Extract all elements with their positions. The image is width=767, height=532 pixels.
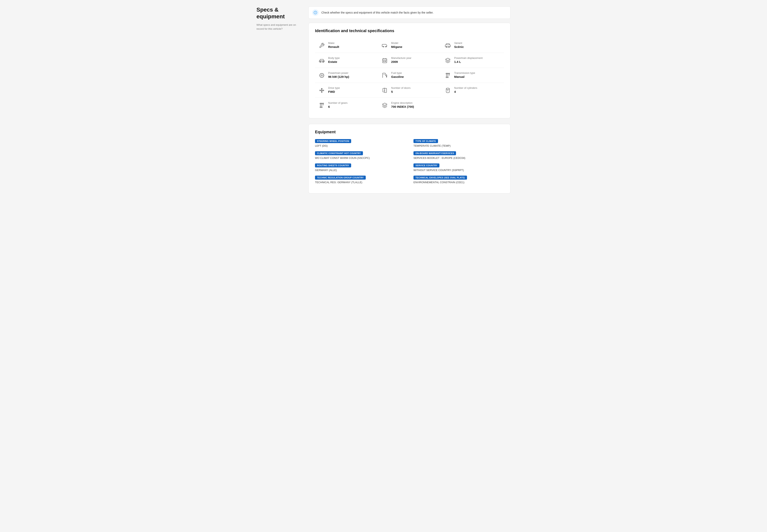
equip-tech-env-badge: TECHNICAL ENVELOPES (SEE OVAL PLATE): [413, 176, 467, 180]
sidebar: Specs &equipment What specs and equipmen…: [257, 6, 300, 199]
main-content: Check whether the specs and equipment of…: [308, 6, 510, 199]
svg-point-4: [385, 46, 386, 47]
spec-variant-label: Variant: [454, 42, 464, 44]
spec-doors-value: 5: [391, 90, 410, 93]
spec-gears-value: 6: [328, 105, 348, 108]
spec-gears: Number of gears 6: [315, 98, 378, 113]
specs-grid: Make Renault Model Mégane: [315, 38, 504, 113]
equip-routing: ROUTING SHEETS COUNTRY GERMANY (ALLE): [315, 163, 405, 172]
svg-point-35: [321, 92, 322, 93]
svg-rect-11: [383, 59, 387, 63]
spec-drive: Drive type FWD: [315, 83, 378, 98]
spec-model-value: Mégane: [391, 45, 402, 48]
svg-point-34: [321, 88, 322, 89]
wrench-icon: [318, 42, 325, 49]
svg-point-29: [321, 90, 322, 91]
equipment-left: STEERING WHEEL POSITION LEFT (DG) CLIMAT…: [315, 139, 405, 188]
equip-service-country: SERVICE COUNTRY WITHOUT SERVICE COUNTRY …: [413, 163, 504, 172]
equip-service-country-badge: SERVICE COUNTRY: [413, 163, 439, 167]
spec-model: Model Mégane: [378, 38, 441, 53]
equip-climate-type: TYPE OF CLIMATE TEMPERATE CLIMATE (TEMP): [413, 139, 504, 147]
car-icon: [381, 42, 388, 49]
svg-rect-16: [385, 61, 386, 62]
svg-point-3: [383, 46, 384, 47]
engine-power-icon: [318, 72, 325, 79]
gearbox-icon: [444, 72, 451, 79]
spec-make: Make Renault: [315, 38, 378, 53]
car-body-icon: [318, 57, 325, 64]
engine-desc-icon: [381, 102, 388, 109]
spec-doors: Number of doors 5: [378, 83, 441, 98]
spec-make-value: Renault: [328, 45, 339, 48]
equipment-grid: STEERING WHEEL POSITION LEFT (DG) CLIMAT…: [315, 139, 504, 188]
svg-point-28: [323, 90, 324, 91]
spec-power: Powertrain power 96 kW (129 hp): [315, 68, 378, 83]
spec-drive-label: Drive type: [328, 86, 340, 89]
equip-warranty-value: SERVICES BOOKLET : EUROPE (CEDC04): [413, 156, 504, 159]
svg-point-38: [446, 88, 449, 89]
equip-climate-hot-badge: CLIMATIC CONSTRAINT HOT COUNTRY: [315, 151, 363, 155]
spec-engine-value: 700 INDEX (700): [391, 105, 414, 108]
svg-point-41: [321, 103, 322, 104]
equip-routing-badge: ROUTING SHEETS COUNTRY: [315, 163, 351, 167]
svg-point-22: [446, 77, 447, 78]
spec-cylinders: Number of cylinders 4: [441, 83, 504, 98]
svg-point-37: [384, 90, 384, 91]
spec-body-label: Body type: [328, 56, 340, 59]
equip-climate-hot-value: WO CLIMAT CONST WARM COUN (SSCCPC): [315, 156, 405, 159]
spec-fuel-label: Fuel type: [391, 71, 404, 74]
calendar-icon: [381, 57, 388, 64]
drivetrain-icon: [318, 87, 325, 94]
spec-cylinders-label: Number of cylinders: [454, 86, 477, 89]
spec-make-label: Make: [328, 42, 339, 44]
page-title: Specs &equipment: [257, 6, 300, 20]
equip-steering: STEERING WHEEL POSITION LEFT (DG): [315, 139, 405, 147]
spec-model-label: Model: [391, 42, 402, 44]
engine-icon: [444, 57, 451, 64]
spec-doors-label: Number of doors: [391, 86, 410, 89]
equip-warranty: ON-BOARD WARRANTY/SERVICES SERVICES BOOK…: [413, 151, 504, 159]
gears-icon: [318, 102, 325, 109]
spec-power-label: Powertrain power: [328, 71, 349, 74]
svg-rect-5: [445, 45, 450, 47]
specs-title: Identification and technical specificati…: [315, 29, 504, 33]
spec-displacement-value: 1.4 L: [454, 60, 482, 63]
equip-technic-reg-value: TECHNICAL REG: GERMANY (TLALLE): [315, 181, 405, 184]
svg-point-44: [321, 107, 322, 108]
car-outline-icon: [444, 42, 451, 49]
svg-point-40: [320, 103, 321, 104]
spec-drive-value: FWD: [328, 90, 340, 93]
equip-service-country-value: WITHOUT SERVICE COUNTRY (SSPRPT): [413, 169, 504, 172]
spec-body-value: Estate: [328, 60, 340, 63]
svg-point-43: [320, 107, 321, 108]
spec-displacement: Powertrain displacement 1.4 L: [441, 53, 504, 68]
spec-transmission-label: Transmission type: [454, 71, 475, 74]
equip-steering-badge: STEERING WHEEL POSITION: [315, 139, 351, 143]
equipment-card: Equipment STEERING WHEEL POSITION LEFT (…: [308, 124, 510, 194]
spec-variant-value: Scénic: [454, 45, 464, 48]
svg-point-20: [447, 73, 448, 74]
svg-point-42: [323, 103, 324, 104]
equipment-title: Equipment: [315, 130, 504, 134]
spec-displacement-label: Powertrain displacement: [454, 56, 482, 59]
svg-point-17: [321, 75, 323, 76]
info-icon: [312, 9, 319, 16]
equip-climate-type-badge: TYPE OF CLIMATE: [413, 139, 438, 143]
equip-steering-value: LEFT (DG): [315, 144, 405, 147]
spec-cylinders-value: 4: [454, 90, 477, 93]
spec-engine-label: Engine description: [391, 101, 414, 104]
svg-point-23: [447, 77, 448, 78]
svg-point-21: [449, 73, 450, 74]
spec-fuel-value: Gasoline: [391, 75, 404, 78]
svg-point-19: [446, 73, 447, 74]
info-banner: Check whether the specs and equipment of…: [308, 6, 510, 19]
spec-year: Manufacture year 2009: [378, 53, 441, 68]
svg-rect-15: [384, 61, 384, 62]
equip-climate-hot: CLIMATIC CONSTRAINT HOT COUNTRY WO CLIMA…: [315, 151, 405, 159]
spec-gears-label: Number of gears: [328, 101, 348, 104]
spec-transmission-value: Manual: [454, 75, 475, 78]
fuel-icon: [381, 72, 388, 79]
cylinder-icon: [444, 87, 451, 94]
equip-tech-env: TECHNICAL ENVELOPES (SEE OVAL PLATE) ENV…: [413, 176, 504, 184]
spec-body-type: Body type Estate: [315, 53, 378, 68]
